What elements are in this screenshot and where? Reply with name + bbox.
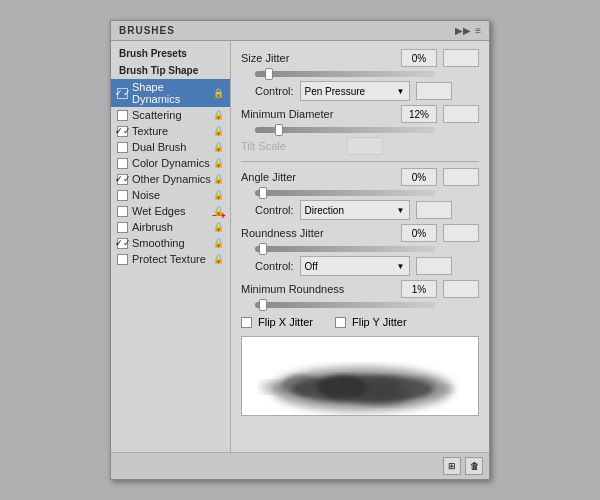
size-jitter-value[interactable]: 0%	[401, 49, 437, 67]
noise-checkbox[interactable]	[117, 190, 128, 201]
angle-jitter-row: Angle Jitter 0%	[241, 168, 479, 186]
sidebar-item-protect-texture[interactable]: Protect Texture 🔒	[111, 251, 230, 267]
panel-header-icons: ▶▶ ≡	[455, 25, 481, 36]
min-diameter-slider[interactable]	[255, 127, 435, 133]
dual-brush-label: Dual Brush	[132, 141, 213, 153]
flip-x-row: Flip X Jitter	[241, 316, 313, 328]
flip-x-checkbox[interactable]	[241, 317, 252, 328]
lock-icon-scattering: 🔒	[213, 110, 224, 120]
svg-point-6	[260, 381, 284, 393]
sidebar-item-color-dynamics[interactable]: Color Dynamics 🔒	[111, 155, 230, 171]
panel-footer: ⊞ 🗑	[111, 452, 489, 479]
sidebar-item-airbrush[interactable]: Airbrush 🔒	[111, 219, 230, 235]
angle-control-arrow: ▼	[397, 206, 405, 215]
size-jitter-slider-row	[241, 71, 479, 77]
lock-icon-other-dynamics: 🔒	[213, 174, 224, 184]
size-jitter-slider[interactable]	[255, 71, 435, 77]
size-control-label: Control:	[255, 85, 294, 97]
min-roundness-label: Minimum Roundness	[241, 283, 344, 295]
content-area: Size Jitter 0% Control: Pen Pressure ▼	[231, 41, 489, 452]
min-roundness-thumb[interactable]	[259, 299, 267, 311]
size-control-value: Pen Pressure	[305, 86, 366, 97]
sidebar-item-brush-tip-shape[interactable]: Brush Tip Shape	[111, 62, 230, 79]
min-diameter-thumb[interactable]	[275, 124, 283, 136]
divider-1	[241, 161, 479, 162]
new-brush-button[interactable]: ⊞	[443, 457, 461, 475]
menu-icon[interactable]: ≡	[475, 25, 481, 36]
angle-control-extra	[416, 201, 452, 219]
roundness-control-dropdown[interactable]: Off ▼	[300, 256, 410, 276]
size-control-extra	[416, 82, 452, 100]
min-diameter-row: Minimum Diameter 12%	[241, 105, 479, 123]
sidebar-item-smoothing[interactable]: ✓ Smoothing 🔒	[111, 235, 230, 251]
airbrush-checkbox[interactable]	[117, 222, 128, 233]
roundness-control-extra	[416, 257, 452, 275]
lock-icon-texture: 🔒	[213, 126, 224, 136]
dual-brush-checkbox[interactable]	[117, 142, 128, 153]
texture-checkbox[interactable]: ✓	[117, 126, 128, 137]
roundness-jitter-thumb[interactable]	[259, 243, 267, 255]
flip-y-row: Flip Y Jitter	[335, 316, 407, 328]
min-diameter-extra	[443, 105, 479, 123]
lock-icon-color-dynamics: 🔒	[213, 158, 224, 168]
expand-icon[interactable]: ▶▶	[455, 25, 471, 36]
color-dynamics-checkbox[interactable]	[117, 158, 128, 169]
min-diameter-label: Minimum Diameter	[241, 108, 341, 120]
roundness-jitter-label: Roundness Jitter	[241, 227, 341, 239]
protect-texture-checkbox[interactable]	[117, 254, 128, 265]
tilt-scale-label: Tilt Scale	[241, 140, 341, 152]
min-roundness-value[interactable]: 1%	[401, 280, 437, 298]
sidebar-item-noise[interactable]: Noise 🔒	[111, 187, 230, 203]
sidebar-item-texture[interactable]: ✓ Texture 🔒	[111, 123, 230, 139]
svg-point-2	[282, 375, 322, 395]
smoothing-checkbox[interactable]: ✓	[117, 238, 128, 249]
brushes-panel: BRUSHES ▶▶ ≡ Brush Presets Brush Tip Sha…	[110, 20, 490, 480]
svg-point-5	[397, 377, 437, 397]
shape-dynamics-checkbox[interactable]: ✓	[117, 88, 128, 99]
angle-control-row: Control: Direction ▼	[241, 200, 479, 220]
scattering-checkbox[interactable]	[117, 110, 128, 121]
angle-jitter-slider[interactable]	[255, 190, 435, 196]
sidebar-item-wet-edges[interactable]: Wet Edges 🔒	[111, 203, 230, 219]
angle-jitter-thumb[interactable]	[259, 187, 267, 199]
min-roundness-slider-row	[241, 302, 479, 308]
min-roundness-extra	[443, 280, 479, 298]
scattering-label: Scattering	[132, 109, 213, 121]
angle-jitter-value[interactable]: 0%	[401, 168, 437, 186]
sidebar-item-other-dynamics[interactable]: ✓ Other Dynamics 🔒	[111, 171, 230, 187]
roundness-control-arrow: ▼	[397, 262, 405, 271]
roundness-slider-row	[241, 246, 479, 252]
flip-y-checkbox[interactable]	[335, 317, 346, 328]
angle-jitter-slider-row	[241, 190, 479, 196]
panel-header: BRUSHES ▶▶ ≡	[111, 21, 489, 41]
sidebar: Brush Presets Brush Tip Shape ✓ Shape Dy…	[111, 41, 231, 452]
lock-icon-wet-edges: 🔒	[213, 206, 224, 216]
delete-brush-button[interactable]: 🗑	[465, 457, 483, 475]
tilt-scale-row: Tilt Scale	[241, 137, 479, 155]
angle-control-dropdown[interactable]: Direction ▼	[300, 200, 410, 220]
lock-icon-airbrush: 🔒	[213, 222, 224, 232]
sidebar-item-scattering[interactable]: Scattering 🔒	[111, 107, 230, 123]
min-diameter-value[interactable]: 12%	[401, 105, 437, 123]
noise-label: Noise	[132, 189, 213, 201]
wet-edges-checkbox[interactable]	[117, 206, 128, 217]
airbrush-label: Airbrush	[132, 221, 213, 233]
size-control-dropdown[interactable]: Pen Pressure ▼	[300, 81, 410, 101]
sidebar-item-shape-dynamics[interactable]: ✓ Shape Dynamics 🔒	[111, 79, 230, 107]
angle-control-value: Direction	[305, 205, 344, 216]
sidebar-item-dual-brush[interactable]: Dual Brush 🔒	[111, 139, 230, 155]
other-dynamics-checkbox[interactable]: ✓	[117, 174, 128, 185]
size-control-arrow: ▼	[397, 87, 405, 96]
panel-body: Brush Presets Brush Tip Shape ✓ Shape Dy…	[111, 41, 489, 452]
flip-y-label: Flip Y Jitter	[352, 316, 407, 328]
sidebar-item-brush-presets[interactable]: Brush Presets	[111, 45, 230, 62]
min-roundness-slider[interactable]	[255, 302, 435, 308]
size-jitter-thumb[interactable]	[265, 68, 273, 80]
texture-label: Texture	[132, 125, 213, 137]
angle-jitter-extra	[443, 168, 479, 186]
roundness-jitter-slider[interactable]	[255, 246, 435, 252]
angle-control-label: Control:	[255, 204, 294, 216]
roundness-jitter-value[interactable]: 0%	[401, 224, 437, 242]
brush-stroke-svg	[242, 337, 478, 415]
tilt-scale-extra	[347, 137, 383, 155]
